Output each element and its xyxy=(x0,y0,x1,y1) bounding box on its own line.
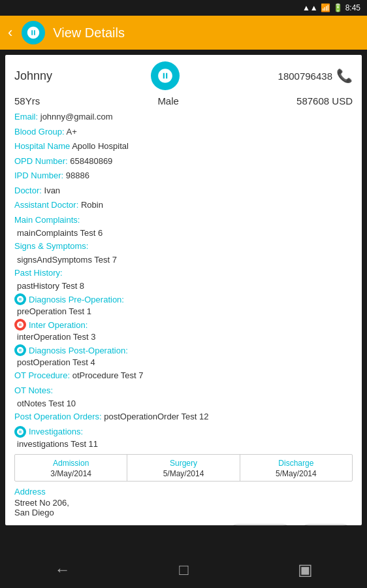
dates-row: Admission 3/May/2014 Surgery 5/May/2014 … xyxy=(14,454,353,482)
ot-procedure-label: OT Procedure: xyxy=(14,370,70,380)
ipd-label: IPD Number: xyxy=(14,171,63,180)
blood-group-label: Blood Group: xyxy=(14,127,65,137)
hospital-label: Hospital Name xyxy=(14,141,70,151)
patient-balance: 587608 USD xyxy=(296,95,353,106)
patient-age: 58Yrs xyxy=(14,95,40,106)
patient-top-row: Johnny 1800796438 📞 xyxy=(14,61,353,90)
doctor-value: Ivan xyxy=(44,186,61,195)
investigations-label: Investigations: xyxy=(29,427,83,436)
investigations-header: Investigations: xyxy=(14,426,353,438)
main-complaints-label: Main Complaints: xyxy=(14,215,80,225)
email-label: Email: xyxy=(14,112,38,122)
surgery-date: 5/May/2014 xyxy=(130,469,236,478)
ot-procedure-value: otProcedure Test 7 xyxy=(72,370,144,380)
ot-notes-label-row: OT Notes: xyxy=(14,384,353,397)
post-op-orders-label: Post Operation Orders: xyxy=(14,412,102,421)
diagnosis-post-header: Diagnosis Post-Operation: xyxy=(14,344,353,356)
signal-icon: 📶 xyxy=(321,3,330,12)
email-value: johnny@gmail.com xyxy=(40,112,113,122)
bottom-nav: ← □ ▣ xyxy=(0,551,367,588)
diagnosis-pre-header: Diagnosis Pre-Operation: xyxy=(14,293,353,305)
ot-notes-label: OT Notes: xyxy=(14,385,53,395)
discharge-col: Discharge 5/May/2014 xyxy=(240,455,352,481)
time-display: 8:45 xyxy=(345,3,360,12)
patient-name: Johnny xyxy=(14,69,52,83)
hospital-row: Hospital Name Apollo Hospital xyxy=(14,140,353,153)
diagnosis-post-label: Diagnosis Post-Operation: xyxy=(29,346,128,355)
post-op-orders-row: Post Operation Orders: postOperationOrde… xyxy=(14,410,353,423)
discharge-date: 5/May/2014 xyxy=(243,469,349,478)
phone-row: 1800796438 📞 xyxy=(278,68,353,84)
status-icons: ▲▲ 📶 🔋 8:45 xyxy=(302,3,360,12)
discharge-label: Discharge xyxy=(243,459,349,468)
doctor-row: Doctor: Ivan xyxy=(14,184,353,197)
diagnosis-pre-label: Diagnosis Pre-Operation: xyxy=(29,295,124,304)
admission-date: 3/May/2014 xyxy=(18,469,124,478)
diagnosis-post-value: postOperation Test 4 xyxy=(14,357,353,367)
inter-operation-header: Inter Operation: xyxy=(14,319,353,331)
back-button[interactable]: ‹ xyxy=(8,24,12,41)
admission-col: Admission 3/May/2014 xyxy=(15,455,127,481)
investigations-icon xyxy=(14,426,26,438)
past-history-label-row: Past History: xyxy=(14,267,353,280)
opd-label: OPD Number: xyxy=(14,156,68,166)
asst-doctor-row: Assistant Doctor: Robin xyxy=(14,199,353,212)
phone-number: 1800796438 xyxy=(278,71,332,82)
past-history-value: pastHistory Test 8 xyxy=(14,281,353,291)
ipd-value: 98886 xyxy=(66,171,89,180)
signs-symptoms-value: signsAndSymptoms Test 7 xyxy=(14,255,353,265)
inter-operation-icon xyxy=(14,319,26,331)
back-nav-icon[interactable]: ← xyxy=(54,561,70,579)
past-history-label: Past History: xyxy=(14,268,63,278)
blood-group-row: Blood Group: A+ xyxy=(14,125,353,139)
inter-operation-label: Inter Operation: xyxy=(29,320,88,330)
battery-icon: 🔋 xyxy=(333,3,343,12)
page-title: View Details xyxy=(53,25,125,41)
signs-symptoms-label-row: Signs & Symptoms: xyxy=(14,240,353,253)
doctor-label: Doctor: xyxy=(14,186,42,195)
address-value: Street No 206,San Diego xyxy=(14,498,353,517)
action-buttons: Delete Edit xyxy=(14,524,353,526)
main-complaints-label-row: Main Complaints: xyxy=(14,214,353,227)
surgery-label: Surgery xyxy=(130,459,236,468)
edit-button[interactable]: Edit xyxy=(299,524,353,526)
blood-group-value: A+ xyxy=(67,127,77,137)
ot-notes-value: otNotes Test 10 xyxy=(14,399,353,408)
phone-icon[interactable]: 📞 xyxy=(336,68,353,84)
email-row: Email: johnny@gmail.com xyxy=(14,110,353,123)
content-area: Johnny 1800796438 📞 58Yrs Male 587608 US… xyxy=(5,55,362,525)
ot-procedure-row: OT Procedure: otProcedure Test 7 xyxy=(14,369,353,382)
post-op-orders-value: postOperationOrder Test 12 xyxy=(104,412,208,421)
investigations-value: investigations Test 11 xyxy=(14,439,353,449)
diagnosis-pre-icon xyxy=(14,293,26,305)
inter-operation-value: interOperation Test 3 xyxy=(14,332,353,342)
home-nav-icon[interactable]: □ xyxy=(179,561,189,579)
delete-button[interactable]: Delete xyxy=(228,524,292,526)
status-bar: ▲▲ 📶 🔋 8:45 xyxy=(0,0,367,16)
diagnosis-post-icon xyxy=(14,344,26,356)
app-header: ‹ View Details xyxy=(0,16,367,50)
address-label: Address xyxy=(14,487,353,497)
wifi-icon: ▲▲ xyxy=(302,3,318,12)
asst-doctor-value: Robin xyxy=(81,200,103,210)
main-complaints-value: mainComplaints Test 6 xyxy=(14,228,353,238)
signs-symptoms-label: Signs & Symptoms: xyxy=(14,241,88,251)
header-app-icon xyxy=(22,21,45,44)
ipd-row: IPD Number: 98886 xyxy=(14,169,353,182)
stats-row: 58Yrs Male 587608 USD xyxy=(14,95,353,106)
recent-nav-icon[interactable]: ▣ xyxy=(298,561,313,579)
asst-doctor-label: Assistant Doctor: xyxy=(14,200,78,210)
patient-gender: Male xyxy=(157,95,179,106)
hospital-name: Apollo Hospital xyxy=(72,141,129,151)
surgery-col: Surgery 5/May/2014 xyxy=(127,455,240,481)
patient-avatar xyxy=(151,61,180,90)
diagnosis-pre-value: preOperation Test 1 xyxy=(14,306,353,316)
admission-label: Admission xyxy=(18,459,124,468)
opd-value: 658480869 xyxy=(70,156,112,166)
opd-row: OPD Number: 658480869 xyxy=(14,155,353,168)
